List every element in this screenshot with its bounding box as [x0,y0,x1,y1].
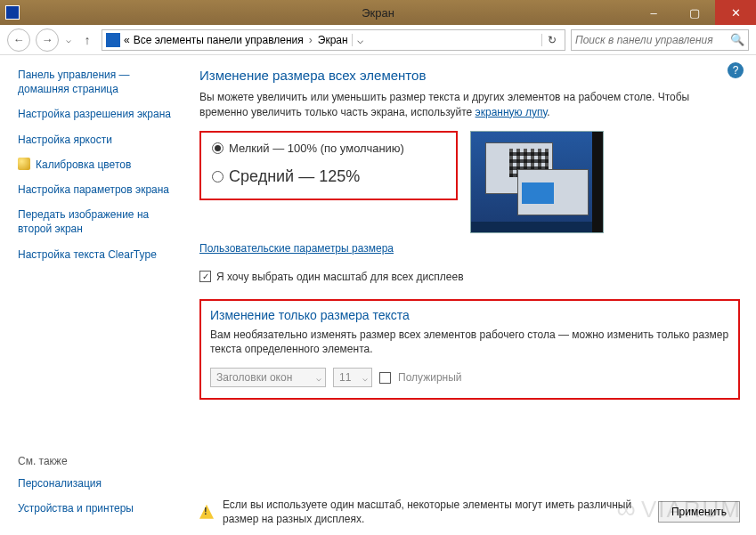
see-also-label: См. также [18,455,180,467]
address-dropdown-icon[interactable]: ⌵ [352,34,368,46]
radio-icon [212,142,224,154]
warning-icon [199,505,214,519]
window-title: Экран [362,6,394,20]
sidebar-link-calibrate[interactable]: Калибровка цветов [36,158,131,172]
size-select[interactable]: 11 [333,368,372,387]
refresh-button[interactable]: ↻ [541,34,561,46]
preview-image [470,131,604,233]
single-scale-checkbox[interactable]: ✓ Я хочу выбрать один масштаб для всех д… [199,271,740,283]
radio-label: Средний — 125% [229,167,360,186]
radio-medium[interactable]: Средний — 125% [212,167,445,186]
maximize-button[interactable]: ▢ [674,0,715,25]
shield-icon [18,158,30,170]
radio-small[interactable]: Мелкий — 100% (по умолчанию) [212,142,445,155]
watermark: ∞ VIARUM [616,494,742,524]
sidebar-link-cleartype[interactable]: Настройка текста ClearType [18,247,180,262]
sidebar-link-resolution[interactable]: Настройка разрешения экрана [18,107,180,121]
element-select[interactable]: Заголовки окон [210,368,326,387]
magnifier-link[interactable]: экранную лупу [476,106,548,118]
custom-size-link[interactable]: Пользовательские параметры размера [199,242,740,255]
page-heading: Изменение размера всех элементов [199,68,740,83]
titlebar: Экран – ▢ ✕ [0,0,756,25]
address-bar[interactable]: « Все элементы панели управления › Экран… [102,29,565,51]
text-size-desc: Вам необязательно изменять размер всех э… [210,328,729,358]
search-box[interactable]: 🔍 [571,29,749,51]
sidebar-link-brightness[interactable]: Настройка яркости [18,133,180,147]
forward-button[interactable]: → [36,28,59,52]
sidebar-link-project[interactable]: Передать изображение на второй экран [18,207,180,236]
infinity-icon: ∞ [616,494,637,524]
bold-checkbox[interactable] [379,372,391,384]
history-dropdown-icon[interactable]: ⌵ [66,35,71,45]
text-size-heading: Изменение только размера текста [210,308,729,322]
sidebar: Панель управления — домашняя страница На… [0,55,187,535]
sidebar-link-home[interactable]: Панель управления — домашняя страница [18,68,180,96]
seealso-personalization[interactable]: Персонализация [18,476,180,490]
page-description: Вы можете увеличить или уменьшить размер… [199,90,740,120]
breadcrumb-sep-icon: › [307,34,314,46]
close-button[interactable]: ✕ [715,0,756,25]
checkbox-label: Я хочу выбрать один масштаб для всех дис… [216,271,464,283]
scale-options-highlight: Мелкий — 100% (по умолчанию) Средний — 1… [199,131,458,200]
text-size-highlight: Изменение только размера текста Вам необ… [199,299,740,401]
search-input[interactable] [575,34,730,46]
help-icon[interactable]: ? [728,62,744,78]
breadcrumb-prefix: « [124,34,130,46]
radio-icon [212,171,224,182]
up-button[interactable]: ↑ [78,33,96,47]
navbar: ← → ⌵ ↑ « Все элементы панели управления… [0,25,756,55]
breadcrumb-item[interactable]: Экран [318,34,348,46]
warning-text: Если вы используете один масштаб, некото… [223,498,649,526]
minimize-button[interactable]: – [633,0,674,25]
sidebar-link-display-settings[interactable]: Настройка параметров экрана [18,182,180,197]
breadcrumb-item[interactable]: Все элементы панели управления [134,34,304,46]
bold-label: Полужирный [398,371,462,384]
search-icon: 🔍 [730,33,744,46]
radio-label: Мелкий — 100% (по умолчанию) [229,142,404,155]
control-panel-icon [106,33,120,47]
app-icon [5,5,20,20]
back-button[interactable]: ← [7,28,30,52]
content-pane: Изменение размера всех элементов Вы може… [187,55,756,535]
checkbox-icon: ✓ [199,271,211,282]
seealso-devices[interactable]: Устройства и принтеры [18,501,180,515]
